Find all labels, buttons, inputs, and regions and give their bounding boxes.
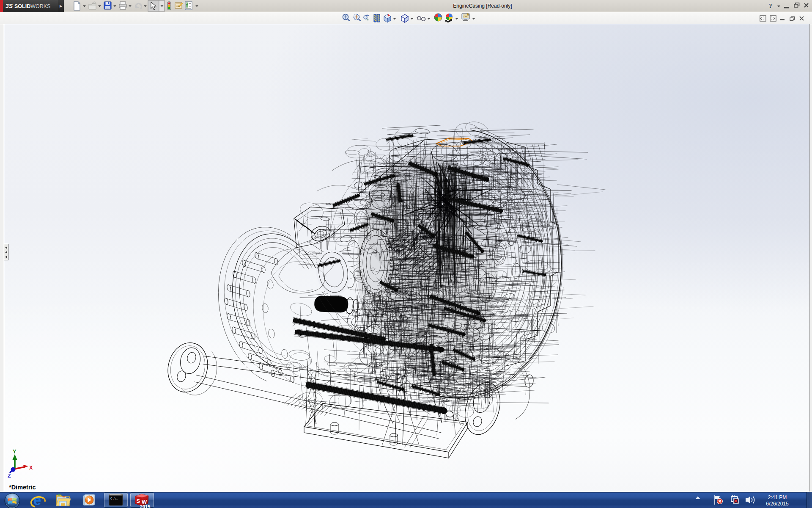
svg-text:Y: Y: [13, 449, 16, 455]
svg-text:C:\_: C:\_: [110, 497, 118, 500]
svg-text:2015: 2015: [140, 504, 150, 508]
svg-text:SOLIDWORKS: SOLIDWORKS: [14, 3, 50, 9]
svg-text:6/26/2015: 6/26/2015: [766, 501, 789, 507]
svg-text:2:41 PM: 2:41 PM: [768, 494, 787, 500]
svg-text:S: S: [137, 498, 140, 504]
svg-text:e: e: [33, 493, 41, 508]
svg-text:?: ?: [769, 3, 772, 9]
svg-text:Z: Z: [8, 473, 11, 479]
svg-text:X: X: [29, 465, 33, 471]
svg-text:3S: 3S: [5, 3, 13, 9]
